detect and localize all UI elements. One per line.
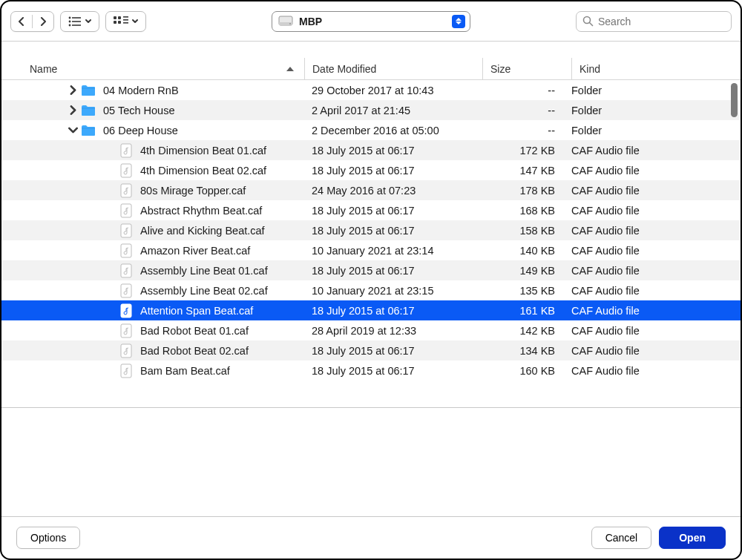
- row-name: 4th Dimension Beat 02.caf: [140, 165, 266, 177]
- row-kind: CAF Audio file: [571, 285, 727, 297]
- row-kind: CAF Audio file: [571, 305, 727, 317]
- row-size: 134 KB: [482, 345, 571, 357]
- svg-rect-12: [123, 22, 128, 24]
- row-size: 140 KB: [482, 245, 571, 257]
- row-size: 161 KB: [482, 305, 571, 317]
- column-header-row: Name Date Modified Size Kind: [1, 58, 741, 80]
- file-row[interactable]: Bad Robot Beat 02.caf18 July 2015 at 06:…: [1, 340, 741, 360]
- footer: Options Cancel Open: [1, 517, 741, 559]
- open-button[interactable]: Open: [659, 527, 726, 549]
- file-row[interactable]: Attention Span Beat.caf18 July 2015 at 0…: [1, 300, 741, 320]
- audio-file-icon: [119, 283, 133, 298]
- row-name: Abstract Rhythm Beat.caf: [140, 205, 262, 217]
- svg-rect-8: [114, 21, 116, 24]
- disclosure-down-icon[interactable]: [68, 125, 78, 135]
- search-input[interactable]: [598, 16, 725, 27]
- forward-button[interactable]: [33, 12, 53, 31]
- file-row[interactable]: 4th Dimension Beat 02.caf18 July 2015 at…: [1, 160, 741, 180]
- row-kind: CAF Audio file: [571, 205, 727, 217]
- list-view-icon: [68, 16, 82, 27]
- svg-point-4: [69, 24, 71, 26]
- row-kind: CAF Audio file: [571, 265, 727, 277]
- folder-row[interactable]: 04 Modern RnB29 October 2017 at 10:43--F…: [1, 80, 741, 100]
- svg-rect-6: [114, 16, 116, 19]
- row-name: Assembly Line Beat 02.caf: [140, 285, 268, 297]
- row-size: 160 KB: [482, 365, 571, 377]
- svg-rect-3: [72, 21, 81, 22]
- file-row[interactable]: Bam Bam Beat.caf18 July 2015 at 06:17160…: [1, 360, 741, 381]
- hard-drive-icon: [278, 16, 293, 27]
- folder-row[interactable]: 06 Deep House2 December 2016 at 05:00--F…: [1, 120, 741, 140]
- view-list-segment[interactable]: [60, 11, 99, 32]
- row-kind: CAF Audio file: [571, 365, 727, 377]
- row-kind: Folder: [571, 85, 727, 96]
- file-row[interactable]: Assembly Line Beat 01.caf18 July 2015 at…: [1, 260, 741, 280]
- chevron-down-icon: [85, 19, 91, 24]
- row-name: Attention Span Beat.caf: [140, 305, 253, 317]
- row-kind: Folder: [571, 105, 727, 116]
- row-kind: CAF Audio file: [571, 345, 727, 357]
- folder-icon: [81, 85, 96, 96]
- column-header-kind[interactable]: Kind: [571, 58, 727, 79]
- file-row[interactable]: Bad Robot Beat 01.caf28 April 2019 at 12…: [1, 320, 741, 340]
- row-name: 04 Modern RnB: [103, 85, 179, 96]
- row-name: Bam Bam Beat.caf: [140, 365, 230, 377]
- location-dropdown[interactable]: MBP: [272, 11, 470, 32]
- svg-point-0: [69, 16, 71, 19]
- row-name: Amazon River Beat.caf: [140, 245, 250, 257]
- chevron-left-icon: [17, 17, 26, 26]
- file-row[interactable]: Alive and Kicking Beat.caf18 July 2015 a…: [1, 220, 741, 240]
- file-row[interactable]: Assembly Line Beat 02.caf10 January 2021…: [1, 280, 741, 300]
- row-name: Bad Robot Beat 01.caf: [140, 325, 249, 337]
- svg-rect-7: [118, 16, 121, 19]
- row-kind: CAF Audio file: [571, 225, 727, 237]
- row-date: 18 July 2015 at 06:17: [304, 365, 482, 377]
- row-size: 178 KB: [482, 185, 571, 197]
- audio-file-icon: [119, 143, 133, 158]
- row-date: 18 July 2015 at 06:17: [304, 205, 482, 217]
- row-date: 10 January 2021 at 23:15: [304, 285, 482, 297]
- chevron-down-icon: [132, 19, 138, 24]
- audio-file-icon: [119, 263, 133, 278]
- back-button[interactable]: [11, 12, 32, 31]
- cancel-button[interactable]: Cancel: [591, 527, 652, 549]
- file-row[interactable]: Amazon River Beat.caf10 January 2021 at …: [1, 240, 741, 260]
- audio-file-icon: [119, 323, 133, 338]
- file-list[interactable]: 04 Modern RnB29 October 2017 at 10:43--F…: [1, 80, 741, 407]
- file-row[interactable]: Abstract Rhythm Beat.caf18 July 2015 at …: [1, 200, 741, 220]
- folder-row[interactable]: 05 Tech House2 April 2017 at 21:45--Fold…: [1, 100, 741, 120]
- scrollbar-thumb[interactable]: [731, 83, 738, 117]
- row-size: 149 KB: [482, 265, 571, 277]
- column-header-date[interactable]: Date Modified: [304, 58, 482, 79]
- column-header-name[interactable]: Name: [30, 63, 304, 75]
- row-size: 142 KB: [482, 325, 571, 337]
- row-date: 24 May 2016 at 07:23: [304, 185, 482, 197]
- audio-file-icon: [119, 223, 133, 238]
- search-icon: [582, 16, 594, 27]
- group-segment[interactable]: [105, 11, 146, 32]
- disclosure-right-icon[interactable]: [68, 105, 78, 115]
- file-row[interactable]: 4th Dimension Beat 01.caf18 July 2015 at…: [1, 140, 741, 160]
- column-header-size[interactable]: Size: [482, 58, 571, 79]
- svg-point-2: [69, 20, 71, 22]
- row-name: Bad Robot Beat 02.caf: [140, 345, 249, 357]
- row-size: 168 KB: [482, 205, 571, 217]
- open-dialog: MBP Name Date Modified Size Kind 04 Mode…: [0, 0, 742, 560]
- row-name: 4th Dimension Beat 01.caf: [140, 145, 266, 157]
- options-button[interactable]: Options: [16, 527, 80, 549]
- audio-file-icon: [119, 183, 133, 198]
- row-kind: CAF Audio file: [571, 245, 727, 257]
- row-date: 2 December 2016 at 05:00: [304, 125, 482, 136]
- audio-file-icon: [119, 303, 133, 318]
- folder-icon: [81, 125, 96, 136]
- audio-file-icon: [119, 203, 133, 218]
- svg-rect-1: [72, 17, 81, 19]
- search-field[interactable]: [576, 11, 732, 32]
- row-kind: CAF Audio file: [571, 325, 727, 337]
- row-date: 18 July 2015 at 06:17: [304, 305, 482, 317]
- svg-rect-9: [118, 21, 121, 24]
- file-row[interactable]: 80s Mirage Topper.caf24 May 2016 at 07:2…: [1, 180, 741, 200]
- disclosure-right-icon[interactable]: [68, 85, 78, 95]
- row-date: 18 July 2015 at 06:17: [304, 165, 482, 177]
- row-name: Alive and Kicking Beat.caf: [140, 225, 265, 237]
